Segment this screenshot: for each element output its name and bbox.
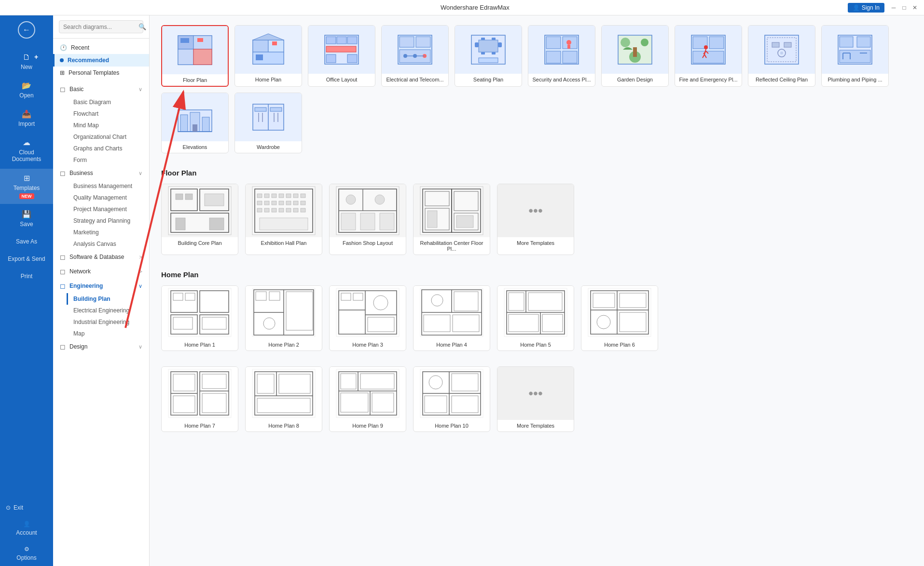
svg-rect-128 xyxy=(341,213,356,230)
office-layout-img xyxy=(308,26,375,74)
svg-rect-34 xyxy=(492,38,496,40)
search-input[interactable] xyxy=(63,24,136,30)
home-plan-6[interactable]: Home Plan 6 xyxy=(581,285,658,351)
template-exhibition-hall[interactable]: Exhibition Hall Plan xyxy=(245,184,322,255)
nav-biz-mgmt[interactable]: Business Management xyxy=(67,180,149,192)
nav-marketing[interactable]: Marketing xyxy=(67,227,149,238)
template-cat-security[interactable]: Security and Access Pl... xyxy=(528,25,595,87)
sidebar-item-print[interactable]: Print xyxy=(0,268,53,284)
nav-building-plan[interactable]: Building Plan xyxy=(67,293,149,305)
nav-recommended[interactable]: Recommended xyxy=(53,54,149,67)
svg-rect-19 xyxy=(326,54,336,63)
template-cat-elevations[interactable]: Elevations xyxy=(161,93,229,153)
nav-cat-design[interactable]: ◻ Design ∨ xyxy=(53,339,149,354)
business-cat-icon: ◻ xyxy=(60,169,66,177)
sidebar-item-save[interactable]: 💾 Save xyxy=(0,205,53,232)
close-button[interactable]: ✕ xyxy=(911,4,918,11)
nav-electrical-eng[interactable]: Electrical Engineering xyxy=(67,305,149,316)
nav-map[interactable]: Map xyxy=(67,328,149,339)
nav-graphs[interactable]: Graphs and Charts xyxy=(67,143,149,154)
sidebar-item-account[interactable]: 👤 Account xyxy=(0,516,53,541)
svg-rect-93 xyxy=(185,194,193,200)
home-plan-3[interactable]: Home Plan 3 xyxy=(329,285,406,351)
nav-basic-diagram[interactable]: Basic Diagram xyxy=(67,96,149,108)
home-plan-6-img xyxy=(581,286,658,339)
template-cat-wardrobe[interactable]: Wardrobe xyxy=(234,93,302,153)
sidebar-item-options[interactable]: ⚙ Options xyxy=(0,541,53,566)
svg-marker-13 xyxy=(253,34,284,40)
sidebar-item-saveas[interactable]: Save As xyxy=(0,233,53,250)
template-cat-garden[interactable]: Garden Design xyxy=(601,25,669,87)
svg-rect-79 xyxy=(193,124,197,132)
title-bar: Wondershare EdrawMax 👤 Sign In ─ □ ✕ xyxy=(0,0,924,15)
sidebar-item-templates[interactable]: ⊞ Templates NEW xyxy=(0,169,53,204)
sidebar-templates-label: Templates xyxy=(14,185,40,191)
nav-flowchart[interactable]: Flowchart xyxy=(67,108,149,120)
sidebar-item-exit[interactable]: ⊙ Exit xyxy=(0,499,53,516)
home-plan-9[interactable]: Home Plan 9 xyxy=(329,366,406,432)
cloud-icon: ☁ xyxy=(23,138,30,147)
template-cat-seating[interactable]: Seating Plan xyxy=(455,25,522,87)
svg-rect-62 xyxy=(772,42,779,47)
template-building-core[interactable]: Building Core Plan xyxy=(161,184,238,255)
nav-industrial-eng[interactable]: Industrial Engineering xyxy=(67,316,149,328)
template-cat-home-plan[interactable]: Home Plan xyxy=(234,25,302,87)
home-plan-4[interactable]: Home Plan 4 xyxy=(413,285,490,351)
svg-rect-36 xyxy=(492,52,496,54)
nav-recent[interactable]: 🕐 Recent xyxy=(53,41,149,54)
template-cat-floor-plan[interactable]: Floor Plan xyxy=(161,25,229,87)
template-rehabilitation[interactable]: Rehabilitation Center Floor Pl... xyxy=(413,184,490,255)
nav-form[interactable]: Form xyxy=(67,154,149,166)
nav-quality-mgmt[interactable]: Quality Management xyxy=(67,192,149,203)
svg-rect-111 xyxy=(293,201,298,205)
nav-cat-business[interactable]: ◻ Business ∨ xyxy=(53,166,149,180)
sidebar-item-import[interactable]: 📥 Import xyxy=(0,105,53,132)
nav-strategy[interactable]: Strategy and Planning xyxy=(67,215,149,227)
wardrobe-img xyxy=(235,93,302,141)
template-cat-electrical[interactable]: Electrical and Telecom... xyxy=(381,25,449,87)
template-fashion-shop[interactable]: Fashion Shop Layout xyxy=(329,184,406,255)
nav-analysis[interactable]: Analysis Canvas xyxy=(67,238,149,250)
home-plan-10[interactable]: Home Plan 10 xyxy=(413,366,490,432)
svg-rect-94 xyxy=(205,194,224,206)
nav-cat-network[interactable]: ◻ Network > xyxy=(53,264,149,279)
home-plan-5[interactable]: Home Plan 5 xyxy=(497,285,574,351)
svg-point-54 xyxy=(704,45,708,49)
maximize-button[interactable]: □ xyxy=(901,4,908,11)
nav-mindmap[interactable]: Mind Map xyxy=(67,120,149,131)
seating-img xyxy=(455,26,522,74)
nav-cat-basic[interactable]: ◻ Basic ∨ xyxy=(53,82,149,96)
svg-rect-32 xyxy=(498,42,502,47)
template-cat-fire[interactable]: Fire and Emergency Pl... xyxy=(675,25,742,87)
home-plan-grid-2: Home Plan 7 Home Plan 8 xyxy=(161,366,912,432)
more-home-plans[interactable]: ••• More Templates xyxy=(497,366,574,432)
fire-label: Fire and Emergency Pl... xyxy=(675,74,742,85)
nav-project-mgmt[interactable]: Project Management xyxy=(67,203,149,215)
sidebar-item-open[interactable]: 📂 Open xyxy=(0,76,53,104)
home-plan-8[interactable]: Home Plan 8 xyxy=(245,366,322,432)
nav-org-chart[interactable]: Organizational Chart xyxy=(67,131,149,143)
svg-point-46 xyxy=(621,38,630,47)
back-button[interactable]: ← xyxy=(18,21,35,39)
main-content: Floor Plan Home Plan xyxy=(150,15,924,566)
sidebar-item-cloud[interactable]: ☁ Cloud Documents xyxy=(0,133,53,168)
sidebar-item-new[interactable]: 🗋 New + xyxy=(0,48,53,75)
nav-cat-engineering[interactable]: ◻ Engineering ∨ xyxy=(53,279,149,293)
search-wrap[interactable]: 🔍 xyxy=(59,20,143,33)
template-cat-reflected[interactable]: Reflected Ceiling Plan xyxy=(748,25,815,87)
svg-rect-60 xyxy=(765,35,799,64)
home-plan-7[interactable]: Home Plan 7 xyxy=(161,366,238,432)
exhibition-hall-img xyxy=(246,184,322,237)
nav-personal[interactable]: ⊞ Personal Templates xyxy=(53,67,149,79)
template-cat-plumbing[interactable]: Plumbing and Piping ... xyxy=(821,25,889,87)
home-plan-1[interactable]: Home Plan 1 xyxy=(161,285,238,351)
more-templates-label: More Templates xyxy=(497,237,574,249)
sidebar-item-export[interactable]: Export & Send xyxy=(0,251,53,267)
nav-cat-software[interactable]: ◻ Software & Database > xyxy=(53,250,149,264)
svg-rect-129 xyxy=(360,213,375,230)
sign-in-button[interactable]: 👤 Sign In xyxy=(848,3,884,13)
home-plan-2[interactable]: Home Plan 2 xyxy=(245,285,322,351)
minimize-button[interactable]: ─ xyxy=(890,4,897,11)
template-cat-office-layout[interactable]: Office Layout xyxy=(308,25,375,87)
template-more-floor[interactable]: ••• More Templates xyxy=(497,184,574,255)
